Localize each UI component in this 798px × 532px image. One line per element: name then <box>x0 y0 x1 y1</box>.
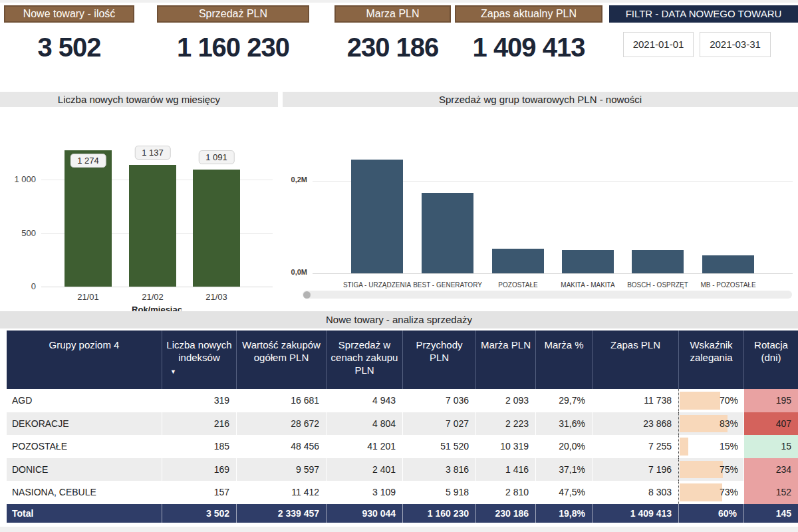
column-header-7[interactable]: Zapas PLN <box>592 331 678 389</box>
bar-value-label: 1 137 <box>134 146 171 160</box>
column-header-label: Marża PLN <box>481 339 531 350</box>
y-axis-tick: 1 000 <box>0 174 36 184</box>
zalegania-value: 73% <box>720 487 738 497</box>
zalegania-data-bar <box>680 392 720 410</box>
table-cell: 1 409 413 <box>592 504 678 523</box>
x-axis-label: BOSCH - OSPRZĘT <box>627 281 688 289</box>
column-header-0[interactable]: Grupy poziom 4 <box>7 331 162 389</box>
column-header-label: Sprzedaż w cenach zakupu PLN <box>331 339 398 376</box>
table-cell: 169 <box>162 458 236 481</box>
column-header-label: Zapas PLN <box>610 339 660 350</box>
zalegania-cell: 75% <box>678 458 743 481</box>
table-cell: 7 036 <box>402 389 475 412</box>
kpi-value: 1 160 230 <box>157 33 309 63</box>
x-axis-label: 21/02 <box>142 292 164 302</box>
column-header-1[interactable]: Liczba nowych indeksów▼ <box>162 331 236 389</box>
table-cell: 4 943 <box>326 389 402 412</box>
table-title: Nowe towary - analiza sprzedaży <box>0 311 798 329</box>
table-cell: 10 319 <box>475 435 535 458</box>
table-cell: 31,6% <box>535 412 592 436</box>
scrollbar-thumb[interactable] <box>303 291 311 299</box>
rotation-cell: 195 <box>743 389 798 412</box>
horizontal-scrollbar[interactable] <box>303 291 792 299</box>
column-header-6[interactable]: Marża % <box>535 331 592 389</box>
y-axis-tick: 0 <box>0 281 36 291</box>
x-axis-label: MB - POZOSTAŁE <box>700 281 755 289</box>
bar[interactable] <box>65 150 112 287</box>
column-header-9[interactable]: Rotacja (dni) <box>743 331 798 389</box>
table-cell: 2 810 <box>475 481 535 504</box>
table-cell: 1 160 230 <box>402 504 475 523</box>
group-cell: AGD <box>7 389 162 412</box>
bar-value-label: 1 274 <box>70 154 106 168</box>
table-row[interactable]: POZOSTAŁE18548 45641 20151 52010 31920,0… <box>7 435 798 458</box>
column-header-4[interactable]: Przychody PLN <box>402 331 475 389</box>
plot-area: 05001 00021/011 27421/021 13721/031 091R… <box>0 107 278 306</box>
table-cell: 20,0% <box>535 435 592 458</box>
zalegania-cell: 83% <box>678 412 743 436</box>
gridline <box>313 273 793 274</box>
table-row[interactable]: NASIONA, CEBULE15711 4123 1095 9182 8104… <box>7 481 798 504</box>
column-header-5[interactable]: Marża PLN <box>475 331 535 389</box>
bar[interactable] <box>492 249 544 273</box>
table-cell: 16 681 <box>236 389 326 412</box>
kpi-card-margin-pln: Marza PLN 230 186 <box>334 5 451 63</box>
y-axis-tick: 500 <box>0 228 36 238</box>
column-header-label: Grupy poziom 4 <box>49 339 120 350</box>
rotation-cell: 145 <box>743 504 798 523</box>
zalegania-cell: 15% <box>678 435 743 458</box>
zalegania-data-bar <box>680 461 723 479</box>
y-axis-tick: 0,2M <box>283 176 307 184</box>
table-cell: 11 738 <box>592 389 678 412</box>
rotation-cell: 407 <box>743 412 798 436</box>
table-cell: 2 401 <box>326 458 402 481</box>
table-row[interactable]: DONICE1699 5972 4013 8161 41637,1%7 1967… <box>7 458 798 481</box>
chart-title: Liczba nowych towarów wg miesięcy <box>0 92 278 107</box>
top-divider <box>0 0 798 3</box>
table-row[interactable]: AGD31916 6814 9437 0362 09329,7%11 73870… <box>7 389 798 412</box>
table-cell: 11 412 <box>236 481 326 504</box>
chart-new-items-by-month: Liczba nowych towarów wg miesięcy 05001 … <box>0 92 278 306</box>
bar[interactable] <box>193 170 240 287</box>
table-cell: 48 456 <box>236 435 326 458</box>
bar[interactable] <box>562 250 614 273</box>
date-from-input[interactable]: 2021-01-01 <box>623 32 694 57</box>
table-cell: 4 804 <box>326 412 402 436</box>
column-header-label: Liczba nowych indeksów <box>166 339 231 363</box>
table-cell: 9 597 <box>236 458 326 481</box>
column-header-label: Marża % <box>544 339 583 350</box>
column-header-label: Wartość zakupów ogółem PLN <box>242 339 321 363</box>
bar[interactable] <box>702 255 754 273</box>
date-to-input[interactable]: 2021-03-31 <box>700 32 771 57</box>
group-cell: Total <box>7 504 162 523</box>
group-cell: POZOSTAŁE <box>7 435 162 458</box>
column-header-3[interactable]: Sprzedaż w cenach zakupu PLN <box>326 331 402 389</box>
bottom-divider <box>0 527 798 532</box>
sales-analysis-table: Grupy poziom 4Liczba nowych indeksów▼War… <box>7 331 798 523</box>
table-total-row: Total3 5022 339 457930 0441 160 230230 1… <box>7 504 798 523</box>
zalegania-cell: 60% <box>678 504 743 523</box>
chart-sales-by-product-group: Sprzedaż wg grup towarowych PLN - nowośc… <box>283 92 798 306</box>
column-header-label: Przychody PLN <box>416 339 462 363</box>
x-axis-label: BEST - GENERATORY <box>413 281 482 289</box>
table-cell: 7 255 <box>592 435 678 458</box>
group-cell: DEKORACJE <box>7 412 162 436</box>
bar[interactable] <box>129 165 176 287</box>
table-cell: 2 339 457 <box>236 504 326 523</box>
y-axis-tick: 0,0M <box>283 268 307 276</box>
bar[interactable] <box>632 250 684 273</box>
table-row[interactable]: DEKORACJE21628 6724 8047 0272 22331,6%23… <box>7 412 798 436</box>
x-axis-label: 21/03 <box>205 292 227 302</box>
bar[interactable] <box>351 160 403 273</box>
column-header-8[interactable]: Wskaźnik zalegania <box>678 331 743 389</box>
kpi-header: Sprzedaż PLN <box>157 5 309 23</box>
gridline <box>41 287 273 287</box>
zalegania-data-bar <box>680 483 722 501</box>
bar[interactable] <box>422 193 473 273</box>
column-header-2[interactable]: Wartość zakupów ogółem PLN <box>236 331 326 389</box>
kpi-card-current-stock-pln: Zapas aktualny PLN 1 409 413 <box>455 5 602 63</box>
kpi-header: Zapas aktualny PLN <box>455 5 602 23</box>
table-cell: 5 918 <box>402 481 475 504</box>
table-cell: 29,7% <box>535 389 592 412</box>
kpi-value: 1 409 413 <box>455 33 602 63</box>
